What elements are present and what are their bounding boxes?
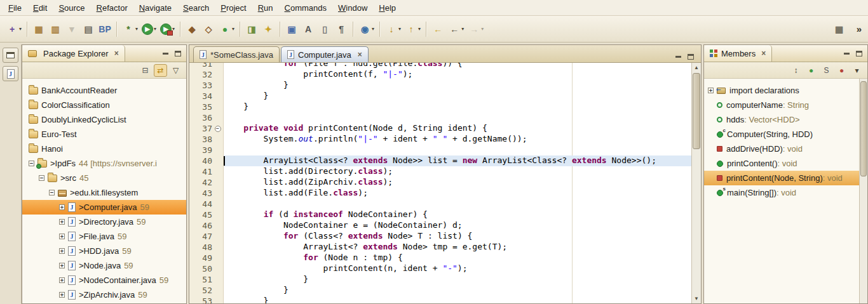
view-menu-button[interactable]: ▾	[850, 64, 864, 77]
scrollbar-thumb[interactable]	[693, 73, 700, 149]
dropdown-arrow-icon[interactable]: ▾	[418, 26, 421, 32]
menu-run[interactable]: Run	[252, 1, 279, 15]
dropdown-arrow-icon[interactable]: ▾	[461, 26, 464, 32]
expander-plus-icon[interactable]: +	[59, 219, 65, 225]
minimize-button[interactable]	[672, 51, 684, 62]
menu-window[interactable]: Window	[332, 1, 373, 15]
tree-item-colorclassification[interactable]: ColorClassification	[22, 98, 186, 112]
members-tab[interactable]: Members ×	[704, 45, 772, 62]
code-line[interactable]: }	[224, 285, 691, 296]
tree-item-euro-test[interactable]: Euro-Test	[22, 127, 186, 142]
code-line[interactable]: ArrayList<? extends Node> tmp = e.get(T)…	[224, 242, 691, 253]
tree-item-file-java[interactable]: +> File.java59	[22, 229, 186, 244]
member-computer-string-hdd[interactable]: Computer(String, HDD)	[704, 127, 859, 142]
view-menu-button[interactable]: ▽	[169, 64, 182, 77]
tree-item-nodecontainer-java[interactable]: +> NodeContainer.java59	[22, 273, 186, 287]
member-printcontent-node-string[interactable]: printContent(Node, String) : void	[704, 171, 859, 185]
code-line[interactable]: NodeContainer e = (NodeContainer) d;	[224, 220, 691, 231]
new-package-button[interactable]: ◇	[200, 20, 217, 38]
new-untitled-file-button[interactable]: ▥	[47, 20, 64, 38]
restore-views-button[interactable]	[3, 48, 18, 63]
tree-item-doublylinkedcycliclist[interactable]: DoublyLinkedCyclicList	[22, 112, 186, 127]
print-button[interactable]: ▤	[80, 20, 97, 38]
code-line[interactable]: }	[224, 91, 691, 102]
member-hdds[interactable]: hdds : Vector<HDD>	[704, 112, 859, 127]
tree-item-src[interactable]: −> src45	[22, 171, 186, 185]
external-tools-button[interactable]: ▶▾	[158, 20, 177, 38]
close-icon[interactable]: ×	[358, 50, 362, 59]
tree-item-hanoi[interactable]: Hanoi	[22, 142, 186, 156]
maximize-button[interactable]	[172, 48, 184, 59]
expander-plus-icon[interactable]: +	[708, 88, 714, 93]
member-printcontent[interactable]: printContent() : void	[704, 156, 859, 171]
debug-button[interactable]: *▾	[120, 20, 140, 38]
tree-item-ziparchiv-java[interactable]: +> ZipArchiv.java59	[22, 287, 186, 302]
collapse-all-button[interactable]: ⊟	[139, 64, 152, 77]
code-line[interactable]: }	[224, 296, 691, 303]
code-area[interactable]: for (File f : hdd.get(File.class)) { pri…	[224, 63, 691, 303]
run-button[interactable]: ▶▾	[140, 20, 158, 38]
minimize-button[interactable]	[840, 48, 853, 59]
minimize-button[interactable]	[159, 48, 172, 59]
dropdown-arrow-icon[interactable]: ▾	[135, 26, 138, 32]
tree-item-bankaccountreader[interactable]: BankAccountReader	[22, 83, 186, 98]
tree-item-edu-kit-filesystem[interactable]: −> edu.kit.filesystem	[22, 185, 186, 200]
code-line[interactable]: ArrayList<Class<? extends Node>> list = …	[224, 155, 691, 166]
search-button[interactable]: ✦	[260, 20, 276, 38]
package-explorer-tab[interactable]: Package Explorer ×	[22, 45, 125, 62]
dropdown-arrow-icon[interactable]: ▾	[481, 26, 484, 32]
open-resource-button[interactable]: ▦	[31, 20, 47, 38]
expander-plus-icon[interactable]: +	[59, 248, 65, 254]
hide-non-public-button[interactable]: ●	[835, 64, 848, 77]
code-line[interactable]: list.add(ZipArchiv.class);	[224, 177, 691, 188]
menu-project[interactable]: Project	[215, 1, 252, 15]
link-with-editor-button[interactable]: ⇄	[154, 64, 167, 77]
scroll-down-arrow-icon[interactable]: ▼	[692, 294, 701, 303]
coverage-button[interactable]: ◨	[243, 20, 260, 38]
code-line[interactable]: list.add(File.class);	[224, 188, 691, 199]
back-button[interactable]: ←▾	[446, 20, 466, 38]
tree-item-node-java[interactable]: +> Node.java59	[22, 258, 186, 273]
expander-minus-icon[interactable]: −	[29, 161, 34, 166]
menu-search[interactable]: Search	[177, 1, 215, 15]
tree-item-ipdfs[interactable]: −> IpdFs44 [https://svnserver.i	[22, 156, 186, 171]
code-line[interactable]: for (Class<? extends Node> T : list) {	[224, 231, 691, 242]
code-line[interactable]: System.out.println("|-" + ident + " " + …	[224, 134, 691, 145]
code-line[interactable]	[224, 145, 691, 155]
sort-members-button[interactable]: ↕	[789, 64, 803, 77]
new-wizard-button[interactable]: +▾	[4, 20, 24, 38]
hide-static-members-button[interactable]: S	[820, 64, 833, 77]
hide-fields-button[interactable]: ●	[804, 64, 818, 77]
scroll-up-arrow-icon[interactable]: ▲	[692, 63, 701, 72]
maximize-button[interactable]	[684, 51, 697, 62]
expander-plus-icon[interactable]: +	[59, 204, 65, 210]
menu-refactor[interactable]: Refactor	[91, 1, 133, 15]
dropdown-arrow-icon[interactable]: ▾	[19, 26, 22, 32]
tree-item-computer-java[interactable]: +> Computer.java59	[22, 200, 186, 215]
member-main-string[interactable]: main(String[]) : void	[704, 185, 859, 200]
block-selection-button[interactable]: ▯	[316, 20, 333, 38]
open-web-browser-button[interactable]: ◉▾	[356, 20, 376, 38]
dropdown-arrow-icon[interactable]: ▾	[154, 26, 156, 32]
member-computername[interactable]: computerName : String	[704, 98, 859, 112]
new-class-button[interactable]: ●▾	[217, 20, 236, 38]
menu-edit[interactable]: Edit	[27, 1, 53, 15]
code-line[interactable]	[224, 199, 691, 209]
menu-navigate[interactable]: Navigate	[133, 1, 177, 15]
code-line[interactable]: printContent(f, "|-");	[224, 69, 691, 80]
tree-item-directory-java[interactable]: +> Directory.java59	[22, 215, 186, 229]
code-line[interactable]: printContent(n, ident + "-");	[224, 263, 691, 274]
fold-collapse-icon[interactable]: −	[215, 126, 221, 132]
dropdown-arrow-icon[interactable]: ▾	[232, 26, 234, 32]
editor-tab-someclass-java[interactable]: *SomeClass.java	[193, 46, 280, 62]
code-line[interactable]: private void printContent(Node d, String…	[224, 123, 691, 134]
new-java-project-button[interactable]: ◆	[184, 20, 200, 38]
code-line[interactable]: for (File f : hdd.get(File.class)) {	[224, 63, 691, 69]
code-line[interactable]: }	[224, 102, 691, 112]
tree-item-hdd-java[interactable]: +> HDD.java59	[22, 244, 186, 258]
menu-help[interactable]: Help	[373, 1, 402, 15]
show-source-button[interactable]: A	[300, 20, 316, 38]
expander-minus-icon[interactable]: −	[39, 175, 44, 181]
editor-scrollbar[interactable]: ▲ ▼	[691, 63, 701, 303]
close-icon[interactable]: ×	[761, 49, 766, 58]
